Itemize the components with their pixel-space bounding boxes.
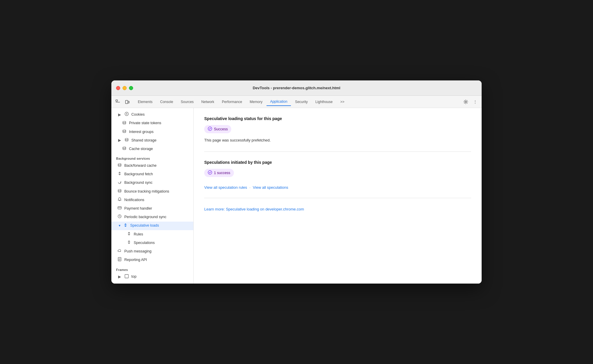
titlebar: DevTools - prerender-demos.glitch.me/nex…	[111, 80, 482, 96]
sidebar-label-reporting-api: Reporting API	[124, 257, 147, 263]
db-icon-ig	[122, 129, 127, 135]
link-separator: ·	[249, 185, 251, 190]
tab-security[interactable]: Security	[292, 98, 311, 106]
svg-point-8	[125, 138, 128, 139]
svg-rect-12	[118, 207, 121, 209]
speculations-section: Speculations initiated by this page 1 su…	[204, 160, 471, 198]
sidebar-label-periodic-bg-sync: Periodic background sync	[124, 215, 166, 220]
sidebar-item-speculations[interactable]: Speculations	[111, 239, 193, 247]
view-all-speculations-link[interactable]: View all speculations	[253, 185, 288, 190]
svg-point-4	[465, 101, 467, 102]
sidebar-item-push-messaging[interactable]: Push messaging	[111, 247, 193, 256]
sidebar-item-cookies[interactable]: ▶ Cookies	[111, 110, 193, 119]
sidebar-item-payment-handler[interactable]: Payment handler	[111, 204, 193, 213]
sidebar-item-notifications[interactable]: Notifications	[111, 196, 193, 204]
traffic-lights	[116, 86, 133, 90]
svg-rect-0	[116, 100, 118, 101]
success-badge: Success	[204, 125, 231, 133]
sidebar-item-speculative-loads[interactable]: ▼ Speculative loads	[111, 222, 193, 230]
sidebar-item-interest-groups[interactable]: Interest groups	[111, 128, 193, 136]
sidebar-item-cache-storage[interactable]: Cache storage	[111, 145, 193, 153]
bell-icon	[117, 197, 122, 203]
devtools-window: DevTools - prerender-demos.glitch.me/nex…	[111, 80, 482, 283]
sidebar-label-bg-fetch: Background fetch	[124, 172, 153, 177]
chevron-right-icon-ss: ▶	[117, 138, 122, 143]
learn-more-section: Learn more: Speculative loading on devel…	[204, 206, 471, 220]
sidebar-item-bg-fetch[interactable]: Background fetch	[111, 170, 193, 178]
tab-application[interactable]: Application	[267, 98, 291, 106]
arrow-updown-icon-bf	[117, 171, 122, 177]
db-icon-pst	[122, 121, 127, 126]
maximize-button[interactable]	[129, 86, 133, 90]
toolbar-right: ⋮	[462, 98, 479, 106]
sidebar-item-bg-sync[interactable]: Background sync	[111, 179, 193, 187]
tab-more[interactable]: >>	[337, 98, 348, 106]
db-icon-bt	[117, 189, 122, 194]
toolbar: Elements Console Sources Network Perform…	[111, 96, 482, 108]
sidebar-item-bfcache[interactable]: Back/forward cache	[111, 161, 193, 170]
arrow-updown-icon-specs	[127, 240, 131, 246]
minimize-button[interactable]	[123, 86, 127, 90]
tab-performance[interactable]: Performance	[218, 98, 246, 106]
window-title: DevTools - prerender-demos.glitch.me/nex…	[253, 86, 340, 90]
sidebar-item-top-frame[interactable]: ▶ top	[111, 273, 193, 281]
sidebar-label-cache-storage: Cache storage	[129, 146, 153, 152]
db-icon-cs	[122, 146, 127, 152]
sidebar-item-private-state-tokens[interactable]: Private state tokens	[111, 119, 193, 128]
speculations-section-title: Speculations initiated by this page	[204, 160, 471, 165]
content-panel: Speculative loading status for this page…	[194, 108, 482, 283]
svg-point-10	[118, 164, 121, 165]
settings-icon[interactable]	[462, 98, 470, 106]
doc-icon	[117, 257, 122, 263]
sidebar-item-reporting-api[interactable]: Reporting API	[111, 256, 193, 264]
sync-icon	[117, 180, 122, 186]
sidebar-label-speculations: Speculations	[134, 240, 155, 246]
chevron-right-icon-top: ▶	[117, 274, 122, 279]
svg-point-11	[118, 189, 121, 191]
speculative-loads-icon	[123, 223, 128, 229]
sidebar-item-shared-storage[interactable]: ▶ Shared storage	[111, 136, 193, 145]
sidebar-label-private-state-tokens: Private state tokens	[129, 121, 161, 126]
more-options-icon[interactable]: ⋮	[471, 98, 479, 106]
sidebar-label-rules: Rules	[134, 232, 143, 237]
cookies-icon	[124, 112, 129, 117]
svg-rect-2	[125, 100, 128, 104]
clock-icon	[117, 214, 122, 220]
svg-rect-3	[128, 101, 129, 103]
sidebar-label-bg-sync: Background sync	[124, 180, 153, 186]
sidebar-label-notifications: Notifications	[124, 198, 144, 203]
frame-icon	[124, 274, 129, 280]
background-services-header: Background services	[111, 153, 193, 161]
check-circle-icon	[208, 127, 212, 132]
svg-point-6	[123, 121, 126, 122]
view-all-speculation-rules-link[interactable]: View all speculation rules	[204, 185, 247, 190]
tab-sources[interactable]: Sources	[177, 98, 197, 106]
svg-rect-15	[125, 274, 128, 278]
card-icon	[117, 206, 122, 211]
device-icon[interactable]	[123, 98, 131, 106]
one-success-badge: 1 success	[204, 169, 234, 177]
chevron-right-icon: ▶	[117, 112, 122, 117]
sidebar-label-speculative-loads: Speculative loads	[130, 223, 159, 228]
close-button[interactable]	[116, 86, 120, 90]
sidebar-label-payment-handler: Payment handler	[124, 206, 152, 211]
sidebar-item-rules[interactable]: Rules	[111, 230, 193, 239]
sidebar-label-interest-groups: Interest groups	[129, 129, 153, 135]
svg-point-7	[123, 130, 126, 131]
sidebar: ▶ Cookies Private state tokens Interest …	[111, 108, 194, 283]
status-section-title: Speculative loading status for this page	[204, 116, 471, 121]
main-content: ▶ Cookies Private state tokens Interest …	[111, 108, 482, 283]
tab-network[interactable]: Network	[198, 98, 218, 106]
tab-elements[interactable]: Elements	[134, 98, 156, 106]
toolbar-icons	[114, 98, 131, 106]
tab-lighthouse[interactable]: Lighthouse	[312, 98, 336, 106]
tab-console[interactable]: Console	[157, 98, 177, 106]
chevron-down-icon-sl: ▼	[117, 224, 122, 228]
check-circle-icon-2	[208, 170, 212, 176]
inspect-icon[interactable]	[114, 98, 122, 106]
db-icon-ss	[124, 138, 129, 143]
sidebar-item-periodic-bg-sync[interactable]: Periodic background sync	[111, 213, 193, 221]
learn-more-link[interactable]: Learn more: Speculative loading on devel…	[204, 207, 304, 211]
sidebar-item-bounce-tracking[interactable]: Bounce tracking mitigations	[111, 187, 193, 196]
tab-memory[interactable]: Memory	[246, 98, 266, 106]
